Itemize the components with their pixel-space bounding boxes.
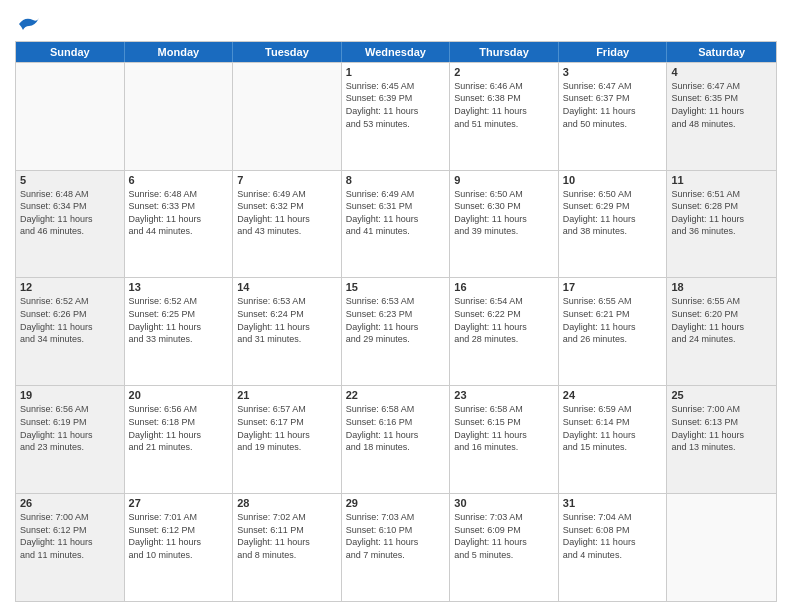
weekday-header-sunday: Sunday xyxy=(16,42,125,62)
day-number: 26 xyxy=(20,497,120,509)
day-info: Sunrise: 6:58 AM Sunset: 6:15 PM Dayligh… xyxy=(454,403,554,453)
calendar-day-empty xyxy=(16,63,125,170)
page: SundayMondayTuesdayWednesdayThursdayFrid… xyxy=(0,0,792,612)
calendar-week-3: 12Sunrise: 6:52 AM Sunset: 6:26 PM Dayli… xyxy=(16,277,776,385)
day-info: Sunrise: 6:55 AM Sunset: 6:20 PM Dayligh… xyxy=(671,295,772,345)
calendar-day-14: 14Sunrise: 6:53 AM Sunset: 6:24 PM Dayli… xyxy=(233,278,342,385)
weekday-header-tuesday: Tuesday xyxy=(233,42,342,62)
calendar-week-1: 1Sunrise: 6:45 AM Sunset: 6:39 PM Daylig… xyxy=(16,62,776,170)
day-number: 15 xyxy=(346,281,446,293)
calendar-day-6: 6Sunrise: 6:48 AM Sunset: 6:33 PM Daylig… xyxy=(125,171,234,278)
calendar-day-empty xyxy=(233,63,342,170)
day-info: Sunrise: 6:54 AM Sunset: 6:22 PM Dayligh… xyxy=(454,295,554,345)
day-number: 19 xyxy=(20,389,120,401)
day-info: Sunrise: 6:49 AM Sunset: 6:32 PM Dayligh… xyxy=(237,188,337,238)
calendar-day-13: 13Sunrise: 6:52 AM Sunset: 6:25 PM Dayli… xyxy=(125,278,234,385)
calendar-day-8: 8Sunrise: 6:49 AM Sunset: 6:31 PM Daylig… xyxy=(342,171,451,278)
calendar-day-5: 5Sunrise: 6:48 AM Sunset: 6:34 PM Daylig… xyxy=(16,171,125,278)
day-info: Sunrise: 7:04 AM Sunset: 6:08 PM Dayligh… xyxy=(563,511,663,561)
weekday-header-monday: Monday xyxy=(125,42,234,62)
day-info: Sunrise: 6:57 AM Sunset: 6:17 PM Dayligh… xyxy=(237,403,337,453)
calendar-day-9: 9Sunrise: 6:50 AM Sunset: 6:30 PM Daylig… xyxy=(450,171,559,278)
calendar-body: 1Sunrise: 6:45 AM Sunset: 6:39 PM Daylig… xyxy=(16,62,776,601)
day-info: Sunrise: 6:58 AM Sunset: 6:16 PM Dayligh… xyxy=(346,403,446,453)
day-number: 11 xyxy=(671,174,772,186)
day-number: 21 xyxy=(237,389,337,401)
calendar-day-7: 7Sunrise: 6:49 AM Sunset: 6:32 PM Daylig… xyxy=(233,171,342,278)
calendar-day-11: 11Sunrise: 6:51 AM Sunset: 6:28 PM Dayli… xyxy=(667,171,776,278)
calendar-day-31: 31Sunrise: 7:04 AM Sunset: 6:08 PM Dayli… xyxy=(559,494,668,601)
day-number: 31 xyxy=(563,497,663,509)
day-info: Sunrise: 6:47 AM Sunset: 6:37 PM Dayligh… xyxy=(563,80,663,130)
calendar-day-4: 4Sunrise: 6:47 AM Sunset: 6:35 PM Daylig… xyxy=(667,63,776,170)
day-number: 28 xyxy=(237,497,337,509)
calendar-day-3: 3Sunrise: 6:47 AM Sunset: 6:37 PM Daylig… xyxy=(559,63,668,170)
weekday-header-saturday: Saturday xyxy=(667,42,776,62)
calendar: SundayMondayTuesdayWednesdayThursdayFrid… xyxy=(15,41,777,602)
day-info: Sunrise: 6:53 AM Sunset: 6:24 PM Dayligh… xyxy=(237,295,337,345)
header xyxy=(15,10,777,35)
day-info: Sunrise: 6:49 AM Sunset: 6:31 PM Dayligh… xyxy=(346,188,446,238)
calendar-week-2: 5Sunrise: 6:48 AM Sunset: 6:34 PM Daylig… xyxy=(16,170,776,278)
day-info: Sunrise: 7:03 AM Sunset: 6:10 PM Dayligh… xyxy=(346,511,446,561)
day-number: 8 xyxy=(346,174,446,186)
weekday-header-wednesday: Wednesday xyxy=(342,42,451,62)
calendar-header: SundayMondayTuesdayWednesdayThursdayFrid… xyxy=(16,42,776,62)
calendar-day-25: 25Sunrise: 7:00 AM Sunset: 6:13 PM Dayli… xyxy=(667,386,776,493)
day-info: Sunrise: 6:53 AM Sunset: 6:23 PM Dayligh… xyxy=(346,295,446,345)
day-info: Sunrise: 6:45 AM Sunset: 6:39 PM Dayligh… xyxy=(346,80,446,130)
day-number: 27 xyxy=(129,497,229,509)
day-number: 17 xyxy=(563,281,663,293)
day-number: 23 xyxy=(454,389,554,401)
calendar-day-21: 21Sunrise: 6:57 AM Sunset: 6:17 PM Dayli… xyxy=(233,386,342,493)
calendar-day-22: 22Sunrise: 6:58 AM Sunset: 6:16 PM Dayli… xyxy=(342,386,451,493)
logo-text xyxy=(15,14,41,39)
day-number: 13 xyxy=(129,281,229,293)
calendar-day-18: 18Sunrise: 6:55 AM Sunset: 6:20 PM Dayli… xyxy=(667,278,776,385)
day-info: Sunrise: 6:50 AM Sunset: 6:30 PM Dayligh… xyxy=(454,188,554,238)
calendar-day-24: 24Sunrise: 6:59 AM Sunset: 6:14 PM Dayli… xyxy=(559,386,668,493)
day-info: Sunrise: 6:56 AM Sunset: 6:18 PM Dayligh… xyxy=(129,403,229,453)
day-info: Sunrise: 7:02 AM Sunset: 6:11 PM Dayligh… xyxy=(237,511,337,561)
day-number: 29 xyxy=(346,497,446,509)
day-number: 12 xyxy=(20,281,120,293)
day-info: Sunrise: 7:00 AM Sunset: 6:13 PM Dayligh… xyxy=(671,403,772,453)
day-number: 5 xyxy=(20,174,120,186)
calendar-day-29: 29Sunrise: 7:03 AM Sunset: 6:10 PM Dayli… xyxy=(342,494,451,601)
calendar-day-28: 28Sunrise: 7:02 AM Sunset: 6:11 PM Dayli… xyxy=(233,494,342,601)
day-info: Sunrise: 6:46 AM Sunset: 6:38 PM Dayligh… xyxy=(454,80,554,130)
logo xyxy=(15,14,41,35)
day-number: 24 xyxy=(563,389,663,401)
calendar-day-empty xyxy=(125,63,234,170)
day-info: Sunrise: 6:52 AM Sunset: 6:25 PM Dayligh… xyxy=(129,295,229,345)
calendar-day-1: 1Sunrise: 6:45 AM Sunset: 6:39 PM Daylig… xyxy=(342,63,451,170)
day-number: 22 xyxy=(346,389,446,401)
day-info: Sunrise: 6:47 AM Sunset: 6:35 PM Dayligh… xyxy=(671,80,772,130)
day-info: Sunrise: 6:48 AM Sunset: 6:34 PM Dayligh… xyxy=(20,188,120,238)
weekday-header-thursday: Thursday xyxy=(450,42,559,62)
day-number: 25 xyxy=(671,389,772,401)
day-info: Sunrise: 7:01 AM Sunset: 6:12 PM Dayligh… xyxy=(129,511,229,561)
day-number: 7 xyxy=(237,174,337,186)
calendar-day-19: 19Sunrise: 6:56 AM Sunset: 6:19 PM Dayli… xyxy=(16,386,125,493)
day-number: 14 xyxy=(237,281,337,293)
calendar-day-23: 23Sunrise: 6:58 AM Sunset: 6:15 PM Dayli… xyxy=(450,386,559,493)
calendar-day-2: 2Sunrise: 6:46 AM Sunset: 6:38 PM Daylig… xyxy=(450,63,559,170)
calendar-day-12: 12Sunrise: 6:52 AM Sunset: 6:26 PM Dayli… xyxy=(16,278,125,385)
logo-bird-icon xyxy=(17,14,41,34)
day-info: Sunrise: 6:59 AM Sunset: 6:14 PM Dayligh… xyxy=(563,403,663,453)
day-info: Sunrise: 6:50 AM Sunset: 6:29 PM Dayligh… xyxy=(563,188,663,238)
day-number: 10 xyxy=(563,174,663,186)
weekday-header-friday: Friday xyxy=(559,42,668,62)
day-number: 3 xyxy=(563,66,663,78)
day-number: 16 xyxy=(454,281,554,293)
calendar-week-5: 26Sunrise: 7:00 AM Sunset: 6:12 PM Dayli… xyxy=(16,493,776,601)
day-info: Sunrise: 6:55 AM Sunset: 6:21 PM Dayligh… xyxy=(563,295,663,345)
day-info: Sunrise: 6:56 AM Sunset: 6:19 PM Dayligh… xyxy=(20,403,120,453)
day-number: 4 xyxy=(671,66,772,78)
day-number: 20 xyxy=(129,389,229,401)
calendar-day-15: 15Sunrise: 6:53 AM Sunset: 6:23 PM Dayli… xyxy=(342,278,451,385)
day-info: Sunrise: 7:03 AM Sunset: 6:09 PM Dayligh… xyxy=(454,511,554,561)
day-number: 6 xyxy=(129,174,229,186)
calendar-day-17: 17Sunrise: 6:55 AM Sunset: 6:21 PM Dayli… xyxy=(559,278,668,385)
